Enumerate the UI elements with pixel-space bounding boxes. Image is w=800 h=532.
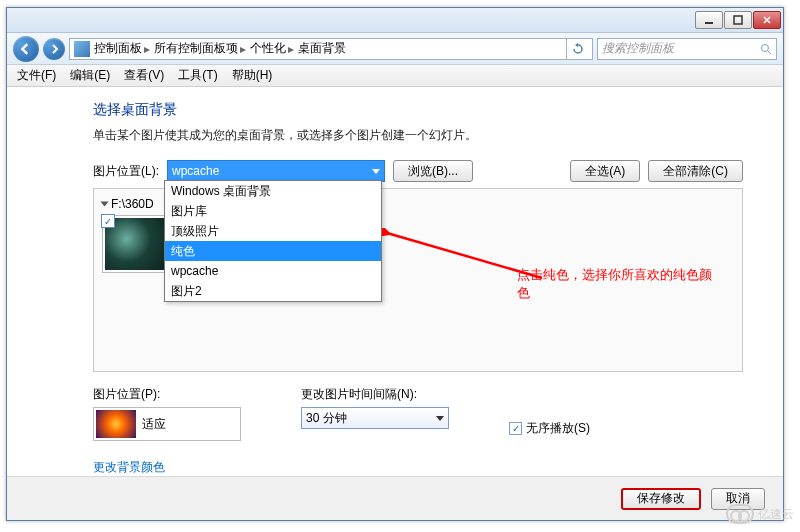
maximize-button[interactable] <box>724 11 752 29</box>
navbar: 控制面板▸ 所有控制面板项▸ 个性化▸ 桌面背景 搜索控制面板 <box>7 33 783 65</box>
menubar: 文件(F) 编辑(E) 查看(V) 工具(T) 帮助(H) <box>7 65 783 87</box>
clear-all-button[interactable]: 全部清除(C) <box>648 160 743 182</box>
breadcrumb[interactable]: 控制面板▸ <box>94 40 150 57</box>
menu-view[interactable]: 查看(V) <box>118 65 170 86</box>
interval-combo[interactable]: 30 分钟 <box>301 407 449 429</box>
dropdown-item[interactable]: wpcache <box>165 261 381 281</box>
change-bg-color-link[interactable]: 更改背景颜色 <box>93 460 165 474</box>
watermark-logo-icon <box>726 504 754 524</box>
position-label: 图片位置(P): <box>93 386 241 403</box>
back-button[interactable] <box>13 36 39 62</box>
fit-combo[interactable]: 适应 <box>93 407 241 441</box>
dropdown-item[interactable]: 顶级照片 <box>165 221 381 241</box>
control-panel-icon <box>74 41 90 57</box>
menu-help[interactable]: 帮助(H) <box>226 65 279 86</box>
location-row: 图片位置(L): wpcache 浏览(B)... 全选(A) 全部清除(C) <box>93 160 743 182</box>
close-button[interactable] <box>753 11 781 29</box>
menu-file[interactable]: 文件(F) <box>11 65 62 86</box>
breadcrumb[interactable]: 所有控制面板项▸ <box>154 40 246 57</box>
window: 控制面板▸ 所有控制面板项▸ 个性化▸ 桌面背景 搜索控制面板 文件(F) 编辑… <box>6 7 784 521</box>
group-label: F:\360D <box>111 197 154 211</box>
dropdown-item[interactable]: 图片2 <box>165 281 381 301</box>
location-combo[interactable]: wpcache <box>167 160 385 182</box>
lower-options: 图片位置(P): 适应 更改图片时间间隔(N): 30 分钟 ✓无序播放(S) <box>93 372 743 441</box>
address-bar[interactable]: 控制面板▸ 所有控制面板项▸ 个性化▸ 桌面背景 <box>69 38 593 60</box>
dropdown-item[interactable]: Windows 桌面背景 <box>165 181 381 201</box>
minimize-button[interactable] <box>695 11 723 29</box>
thumbnail-checkbox[interactable]: ✓ <box>101 214 115 228</box>
annotation-text: 点击纯色，选择你所喜欢的纯色颜色 <box>517 266 717 302</box>
save-button[interactable]: 保存修改 <box>621 488 701 510</box>
menu-tools[interactable]: 工具(T) <box>172 65 223 86</box>
chevron-down-icon <box>372 169 380 174</box>
watermark: 亿速云 <box>726 504 794 524</box>
titlebar <box>7 8 783 33</box>
chevron-down-icon <box>436 416 444 421</box>
location-label: 图片位置(L): <box>93 163 159 180</box>
page-title: 选择桌面背景 <box>93 101 743 119</box>
fit-preview-icon <box>96 410 136 438</box>
svg-point-2 <box>762 44 769 51</box>
refresh-icon[interactable] <box>566 38 588 60</box>
shuffle-checkbox[interactable]: ✓无序播放(S) <box>509 420 590 437</box>
expand-icon <box>101 202 109 207</box>
dropdown-item-selected[interactable]: 纯色 <box>165 241 381 261</box>
search-input[interactable]: 搜索控制面板 <box>597 38 777 60</box>
breadcrumb[interactable]: 桌面背景 <box>298 40 346 57</box>
breadcrumb[interactable]: 个性化▸ <box>250 40 294 57</box>
forward-button[interactable] <box>43 38 65 60</box>
menu-edit[interactable]: 编辑(E) <box>64 65 116 86</box>
svg-rect-1 <box>734 16 742 24</box>
footer: 保存修改 取消 <box>7 476 783 520</box>
interval-label: 更改图片时间间隔(N): <box>301 386 449 403</box>
location-dropdown: Windows 桌面背景 图片库 顶级照片 纯色 wpcache 图片2 <box>164 180 382 302</box>
svg-rect-0 <box>705 22 713 24</box>
dropdown-item[interactable]: 图片库 <box>165 201 381 221</box>
page-description: 单击某个图片使其成为您的桌面背景，或选择多个图片创建一个幻灯片。 <box>93 127 743 144</box>
select-all-button[interactable]: 全选(A) <box>570 160 640 182</box>
browse-button[interactable]: 浏览(B)... <box>393 160 473 182</box>
